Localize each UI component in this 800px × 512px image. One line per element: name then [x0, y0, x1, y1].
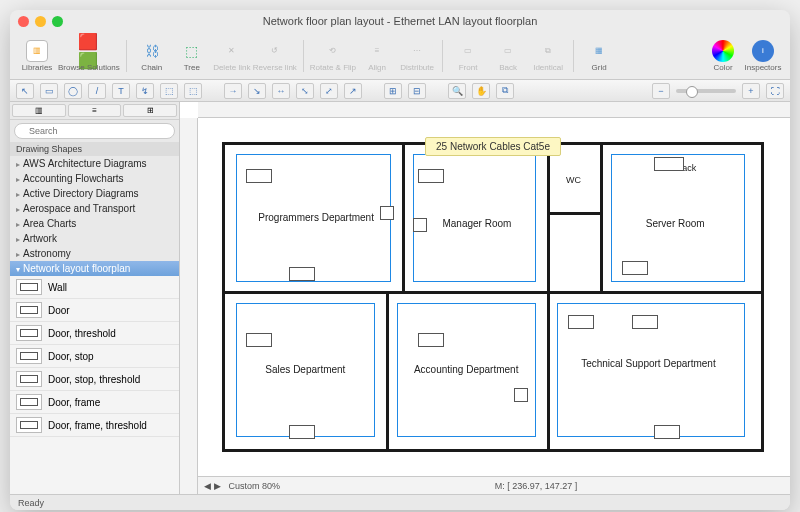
- more-tool-2[interactable]: ⬚: [184, 83, 202, 99]
- device-icon[interactable]: [413, 218, 427, 232]
- callout-label[interactable]: 25 Network Cables Cat5e: [425, 137, 561, 156]
- tree-item-selected[interactable]: Network layout floorplan: [10, 261, 179, 276]
- reverse-link-button[interactable]: ↺Reverse link: [253, 34, 297, 78]
- device-icon[interactable]: [418, 169, 444, 183]
- search-input[interactable]: [14, 123, 175, 139]
- ruler-vertical: [180, 118, 198, 494]
- tree-item[interactable]: Aerospace and Transport: [10, 201, 179, 216]
- zoom-slider[interactable]: [676, 89, 736, 93]
- shape-item[interactable]: Door, stop, threshold: [10, 368, 179, 391]
- align-button[interactable]: ≡Align: [358, 34, 396, 78]
- tree-item[interactable]: Astronomy: [10, 246, 179, 261]
- device-icon[interactable]: [380, 206, 394, 220]
- shape-item[interactable]: Door, frame, threshold: [10, 414, 179, 437]
- device-icon[interactable]: [514, 388, 528, 402]
- shape-thumb-icon: [16, 279, 42, 295]
- tree-item[interactable]: AWS Architecture Diagrams: [10, 156, 179, 171]
- search-box: [14, 123, 175, 139]
- canvas-area: 25 Network Cables Cat5e Programmers Depa…: [180, 102, 790, 494]
- device-icon[interactable]: [246, 333, 272, 347]
- device-icon[interactable]: [654, 157, 684, 171]
- shape-item[interactable]: Door: [10, 299, 179, 322]
- shape-item[interactable]: Door, frame: [10, 391, 179, 414]
- color-button[interactable]: Color: [704, 34, 742, 78]
- tree-button[interactable]: ⬚Tree: [173, 34, 211, 78]
- shape-item[interactable]: Wall: [10, 276, 179, 299]
- titlebar: Network floor plan layout - Ethernet LAN…: [10, 10, 790, 32]
- fit-button[interactable]: ⛶: [766, 83, 784, 99]
- arrow-tool-5[interactable]: ⤢: [320, 83, 338, 99]
- tree-item[interactable]: Area Charts: [10, 216, 179, 231]
- drawing-canvas[interactable]: 25 Network Cables Cat5e Programmers Depa…: [202, 122, 784, 472]
- snap-tool-2[interactable]: ⊟: [408, 83, 426, 99]
- main-area: ▥ ≡ ⊞ Drawing Shapes AWS Architecture Di…: [10, 102, 790, 494]
- library-tree: Drawing Shapes AWS Architecture Diagrams…: [10, 142, 179, 276]
- page-nav[interactable]: ◀ ▶: [204, 481, 221, 491]
- line-tool[interactable]: /: [88, 83, 106, 99]
- sidebar-tab-2[interactable]: ≡: [68, 104, 122, 117]
- rect-tool[interactable]: ▭: [40, 83, 58, 99]
- window-title: Network floor plan layout - Ethernet LAN…: [10, 15, 790, 27]
- device-icon[interactable]: [289, 267, 315, 281]
- ellipse-tool[interactable]: ◯: [64, 83, 82, 99]
- arrow-tool-4[interactable]: ⤡: [296, 83, 314, 99]
- shape-item[interactable]: Door, threshold: [10, 322, 179, 345]
- inspectors-button[interactable]: iInspectors: [744, 34, 782, 78]
- back-button[interactable]: ▭Back: [489, 34, 527, 78]
- wall: [386, 291, 389, 449]
- room-label: Server Room: [622, 218, 729, 229]
- device-icon[interactable]: [654, 425, 680, 439]
- shape-thumb-icon: [16, 394, 42, 410]
- pointer-tool[interactable]: ↖: [16, 83, 34, 99]
- floor-plan: 25 Network Cables Cat5e Programmers Depa…: [222, 142, 764, 452]
- hand-tool[interactable]: ✋: [472, 83, 490, 99]
- wall: [547, 212, 601, 215]
- sidebar-tab-3[interactable]: ⊞: [123, 104, 177, 117]
- sidebar: ▥ ≡ ⊞ Drawing Shapes AWS Architecture Di…: [10, 102, 180, 494]
- ruler-horizontal: [198, 102, 790, 118]
- arrow-tool-2[interactable]: ↘: [248, 83, 266, 99]
- identical-button[interactable]: ⧉Identical: [529, 34, 567, 78]
- device-icon[interactable]: [289, 425, 315, 439]
- tree-item[interactable]: Accounting Flowcharts: [10, 171, 179, 186]
- canvas-bottom-bar: ◀ ▶ Custom 80% M: [ 236.97, 147.27 ]: [198, 476, 790, 494]
- text-tool[interactable]: T: [112, 83, 130, 99]
- browse-solutions-button[interactable]: 🟥🟩Browse Solutions: [58, 34, 120, 78]
- device-icon[interactable]: [632, 315, 658, 329]
- shape-thumb-icon: [16, 371, 42, 387]
- delete-link-button[interactable]: ✕Delete link: [213, 34, 251, 78]
- snap-tool-1[interactable]: ⊞: [384, 83, 402, 99]
- device-icon[interactable]: [246, 169, 272, 183]
- more-tool-1[interactable]: ⬚: [160, 83, 178, 99]
- chain-button[interactable]: ⛓Chain: [133, 34, 171, 78]
- shape-item[interactable]: Door, stop: [10, 345, 179, 368]
- status-text: Ready: [18, 498, 44, 508]
- device-icon[interactable]: [622, 261, 648, 275]
- zoom-out-button[interactable]: −: [652, 83, 670, 99]
- room-label: WC: [557, 175, 589, 185]
- tree-item[interactable]: Artwork: [10, 231, 179, 246]
- sidebar-tab-1[interactable]: ▥: [12, 104, 66, 117]
- crop-tool[interactable]: ⧉: [496, 83, 514, 99]
- room-label: Programmers Department: [257, 212, 375, 223]
- app-window: Network floor plan layout - Ethernet LAN…: [10, 10, 790, 510]
- zoom-in-tool[interactable]: 🔍: [448, 83, 466, 99]
- arrow-tool-1[interactable]: →: [224, 83, 242, 99]
- tree-item[interactable]: Active Directory Diagrams: [10, 186, 179, 201]
- connector-tool[interactable]: ↯: [136, 83, 154, 99]
- libraries-button[interactable]: ▥Libraries: [18, 34, 56, 78]
- shape-thumb-icon: [16, 302, 42, 318]
- front-button[interactable]: ▭Front: [449, 34, 487, 78]
- rotate-flip-button[interactable]: ⟲Rotate & Flip: [310, 34, 356, 78]
- wall: [547, 291, 550, 449]
- device-icon[interactable]: [568, 315, 594, 329]
- arrow-tool-3[interactable]: ↔: [272, 83, 290, 99]
- zoom-readout[interactable]: Custom 80%: [229, 481, 281, 491]
- zoom-in-button[interactable]: +: [742, 83, 760, 99]
- device-icon[interactable]: [418, 333, 444, 347]
- room-label: Manager Room: [423, 218, 530, 229]
- shape-list: Wall Door Door, threshold Door, stop Doo…: [10, 276, 179, 494]
- arrow-tool-6[interactable]: ↗: [344, 83, 362, 99]
- distribute-button[interactable]: ⋯Distribute: [398, 34, 436, 78]
- grid-button[interactable]: ▦Grid: [580, 34, 618, 78]
